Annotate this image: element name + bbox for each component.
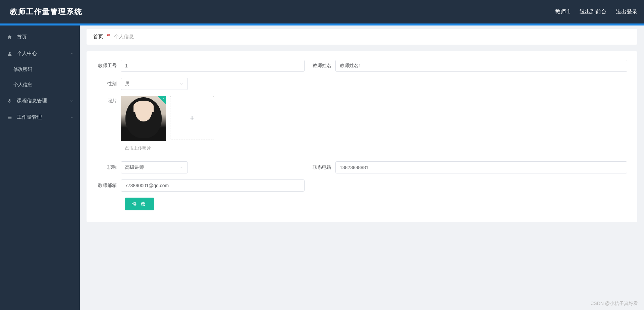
sidebar-item-label: 个人信息: [13, 82, 32, 88]
email-label: 教师邮箱: [97, 183, 121, 189]
sidebar-item-label: 课程信息管理: [17, 98, 47, 104]
sidebar-item-workload[interactable]: 工作量管理: [0, 109, 80, 125]
check-icon: ✓: [162, 97, 165, 101]
phone-input[interactable]: [335, 161, 627, 173]
sidebar-item-label: 个人中心: [17, 50, 37, 57]
breadcrumb-separator-icon: ᄄ: [106, 34, 111, 40]
photo-upload-button[interactable]: +: [170, 96, 214, 140]
sidebar-item-home[interactable]: 首页: [0, 29, 80, 45]
sidebar-subitem-change-password[interactable]: 修改密码: [0, 62, 80, 77]
sidebar-item-personal[interactable]: 个人中心: [0, 45, 80, 62]
header-right: 教师 1 退出到前台 退出登录: [555, 8, 637, 15]
title-select-value: 高级讲师: [125, 164, 144, 170]
chevron-down-icon: [70, 115, 74, 119]
logout-link[interactable]: 退出登录: [616, 8, 637, 15]
chevron-up-icon: [70, 52, 74, 56]
header-user-label[interactable]: 教师 1: [555, 8, 570, 15]
plus-icon: +: [190, 113, 195, 123]
photo-label: 照片: [97, 98, 121, 104]
breadcrumb-current: 个人信息: [114, 34, 134, 40]
chevron-down-icon: [179, 165, 183, 169]
gender-select-value: 男: [125, 81, 130, 87]
mic-icon: [7, 98, 13, 104]
header: 教师工作量管理系统 教师 1 退出到前台 退出登录: [0, 0, 644, 23]
user-icon: [7, 51, 13, 57]
photo-hint: 点击上传照片: [125, 145, 627, 151]
sidebar-subitem-personal-info[interactable]: 个人信息: [0, 77, 80, 93]
teacher-id-input[interactable]: [121, 60, 305, 72]
photo-thumbnail[interactable]: ✓: [121, 96, 166, 141]
sidebar-item-label: 首页: [17, 34, 27, 40]
container: 首页 个人中心 修改密码 个人信息 课程信息管理: [0, 25, 644, 310]
gender-label: 性别: [97, 81, 121, 87]
watermark: CSDN @小桔子真好看: [590, 301, 638, 307]
svg-rect-1: [9, 99, 10, 101]
submit-button[interactable]: 修 改: [125, 198, 154, 210]
sidebar-item-courses[interactable]: 课程信息管理: [0, 93, 80, 109]
sidebar: 首页 个人中心 修改密码 个人信息 课程信息管理: [0, 25, 80, 310]
gender-select[interactable]: 男: [121, 78, 188, 90]
breadcrumb: 首页 ᄄ 个人信息: [87, 29, 637, 45]
main-content: 首页 ᄄ 个人信息 教师工号 教师姓名 性别 男: [80, 25, 644, 310]
sidebar-item-label: 工作量管理: [17, 114, 42, 120]
form-panel: 教师工号 教师姓名 性别 男: [87, 51, 637, 222]
title-select[interactable]: 高级讲师: [121, 161, 188, 173]
teacher-id-label: 教师工号: [97, 63, 121, 69]
app-title: 教师工作量管理系统: [10, 7, 83, 17]
svg-point-0: [9, 52, 10, 53]
list-icon: [7, 114, 13, 120]
breadcrumb-home[interactable]: 首页: [93, 34, 103, 40]
home-icon: [7, 34, 13, 40]
exit-frontend-link[interactable]: 退出到前台: [580, 8, 606, 15]
teacher-name-input[interactable]: [335, 60, 627, 72]
teacher-name-label: 教师姓名: [311, 63, 335, 69]
sidebar-item-label: 修改密码: [13, 66, 32, 72]
chevron-down-icon: [70, 99, 74, 103]
email-input[interactable]: [121, 179, 305, 192]
phone-label: 联系电话: [311, 164, 335, 170]
chevron-down-icon: [179, 82, 183, 86]
title-label: 职称: [97, 164, 121, 170]
